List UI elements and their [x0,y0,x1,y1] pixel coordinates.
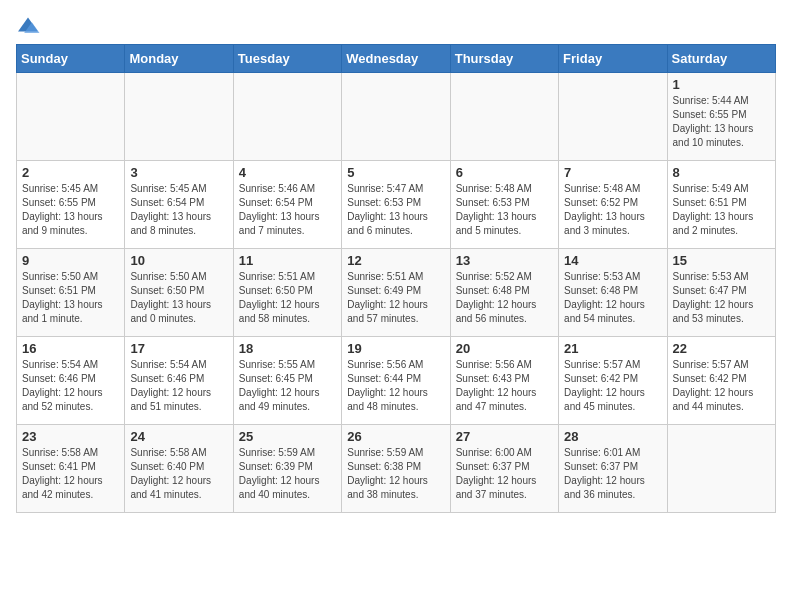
calendar-cell: 3Sunrise: 5:45 AM Sunset: 6:54 PM Daylig… [125,161,233,249]
day-number: 2 [22,165,119,180]
day-info: Sunrise: 5:52 AM Sunset: 6:48 PM Dayligh… [456,270,553,326]
day-info: Sunrise: 5:58 AM Sunset: 6:41 PM Dayligh… [22,446,119,502]
day-number: 6 [456,165,553,180]
calendar-cell: 25Sunrise: 5:59 AM Sunset: 6:39 PM Dayli… [233,425,341,513]
day-number: 21 [564,341,661,356]
day-info: Sunrise: 5:54 AM Sunset: 6:46 PM Dayligh… [130,358,227,414]
day-number: 27 [456,429,553,444]
calendar-cell: 7Sunrise: 5:48 AM Sunset: 6:52 PM Daylig… [559,161,667,249]
calendar-cell: 20Sunrise: 5:56 AM Sunset: 6:43 PM Dayli… [450,337,558,425]
day-info: Sunrise: 5:45 AM Sunset: 6:55 PM Dayligh… [22,182,119,238]
calendar-cell [559,73,667,161]
calendar-cell: 12Sunrise: 5:51 AM Sunset: 6:49 PM Dayli… [342,249,450,337]
calendar-cell: 10Sunrise: 5:50 AM Sunset: 6:50 PM Dayli… [125,249,233,337]
day-number: 4 [239,165,336,180]
weekday-row: SundayMondayTuesdayWednesdayThursdayFrid… [17,45,776,73]
calendar-cell: 1Sunrise: 5:44 AM Sunset: 6:55 PM Daylig… [667,73,775,161]
day-number: 9 [22,253,119,268]
logo [16,16,44,36]
calendar-cell: 26Sunrise: 5:59 AM Sunset: 6:38 PM Dayli… [342,425,450,513]
day-info: Sunrise: 5:53 AM Sunset: 6:48 PM Dayligh… [564,270,661,326]
week-row-3: 9Sunrise: 5:50 AM Sunset: 6:51 PM Daylig… [17,249,776,337]
calendar-cell: 6Sunrise: 5:48 AM Sunset: 6:53 PM Daylig… [450,161,558,249]
weekday-tuesday: Tuesday [233,45,341,73]
day-info: Sunrise: 5:48 AM Sunset: 6:52 PM Dayligh… [564,182,661,238]
calendar-cell: 17Sunrise: 5:54 AM Sunset: 6:46 PM Dayli… [125,337,233,425]
week-row-4: 16Sunrise: 5:54 AM Sunset: 6:46 PM Dayli… [17,337,776,425]
calendar-cell [342,73,450,161]
calendar-cell [17,73,125,161]
calendar-cell: 5Sunrise: 5:47 AM Sunset: 6:53 PM Daylig… [342,161,450,249]
day-info: Sunrise: 5:45 AM Sunset: 6:54 PM Dayligh… [130,182,227,238]
calendar-table: SundayMondayTuesdayWednesdayThursdayFrid… [16,44,776,513]
day-number: 24 [130,429,227,444]
weekday-saturday: Saturday [667,45,775,73]
calendar-cell: 14Sunrise: 5:53 AM Sunset: 6:48 PM Dayli… [559,249,667,337]
day-number: 3 [130,165,227,180]
logo-icon [16,16,40,36]
calendar-cell: 27Sunrise: 6:00 AM Sunset: 6:37 PM Dayli… [450,425,558,513]
calendar-cell: 16Sunrise: 5:54 AM Sunset: 6:46 PM Dayli… [17,337,125,425]
day-info: Sunrise: 5:59 AM Sunset: 6:39 PM Dayligh… [239,446,336,502]
day-number: 17 [130,341,227,356]
calendar-cell: 8Sunrise: 5:49 AM Sunset: 6:51 PM Daylig… [667,161,775,249]
weekday-thursday: Thursday [450,45,558,73]
day-number: 15 [673,253,770,268]
calendar-cell [450,73,558,161]
calendar-cell: 11Sunrise: 5:51 AM Sunset: 6:50 PM Dayli… [233,249,341,337]
weekday-friday: Friday [559,45,667,73]
day-number: 1 [673,77,770,92]
day-number: 16 [22,341,119,356]
weekday-sunday: Sunday [17,45,125,73]
calendar-cell: 4Sunrise: 5:46 AM Sunset: 6:54 PM Daylig… [233,161,341,249]
day-info: Sunrise: 5:57 AM Sunset: 6:42 PM Dayligh… [673,358,770,414]
week-row-2: 2Sunrise: 5:45 AM Sunset: 6:55 PM Daylig… [17,161,776,249]
calendar-cell: 9Sunrise: 5:50 AM Sunset: 6:51 PM Daylig… [17,249,125,337]
week-row-1: 1Sunrise: 5:44 AM Sunset: 6:55 PM Daylig… [17,73,776,161]
week-row-5: 23Sunrise: 5:58 AM Sunset: 6:41 PM Dayli… [17,425,776,513]
day-number: 23 [22,429,119,444]
weekday-wednesday: Wednesday [342,45,450,73]
day-number: 18 [239,341,336,356]
day-info: Sunrise: 5:44 AM Sunset: 6:55 PM Dayligh… [673,94,770,150]
day-number: 10 [130,253,227,268]
calendar-body: 1Sunrise: 5:44 AM Sunset: 6:55 PM Daylig… [17,73,776,513]
day-info: Sunrise: 5:50 AM Sunset: 6:51 PM Dayligh… [22,270,119,326]
day-number: 12 [347,253,444,268]
day-info: Sunrise: 5:55 AM Sunset: 6:45 PM Dayligh… [239,358,336,414]
day-info: Sunrise: 6:00 AM Sunset: 6:37 PM Dayligh… [456,446,553,502]
day-info: Sunrise: 5:57 AM Sunset: 6:42 PM Dayligh… [564,358,661,414]
day-info: Sunrise: 5:58 AM Sunset: 6:40 PM Dayligh… [130,446,227,502]
calendar-cell: 21Sunrise: 5:57 AM Sunset: 6:42 PM Dayli… [559,337,667,425]
calendar-cell: 22Sunrise: 5:57 AM Sunset: 6:42 PM Dayli… [667,337,775,425]
day-info: Sunrise: 5:53 AM Sunset: 6:47 PM Dayligh… [673,270,770,326]
day-info: Sunrise: 5:54 AM Sunset: 6:46 PM Dayligh… [22,358,119,414]
calendar-cell: 2Sunrise: 5:45 AM Sunset: 6:55 PM Daylig… [17,161,125,249]
day-number: 11 [239,253,336,268]
calendar-cell: 23Sunrise: 5:58 AM Sunset: 6:41 PM Dayli… [17,425,125,513]
day-info: Sunrise: 5:47 AM Sunset: 6:53 PM Dayligh… [347,182,444,238]
day-info: Sunrise: 5:48 AM Sunset: 6:53 PM Dayligh… [456,182,553,238]
day-number: 26 [347,429,444,444]
day-number: 20 [456,341,553,356]
calendar-cell [125,73,233,161]
calendar-cell: 18Sunrise: 5:55 AM Sunset: 6:45 PM Dayli… [233,337,341,425]
day-info: Sunrise: 5:56 AM Sunset: 6:44 PM Dayligh… [347,358,444,414]
day-number: 5 [347,165,444,180]
day-number: 22 [673,341,770,356]
calendar-cell: 28Sunrise: 6:01 AM Sunset: 6:37 PM Dayli… [559,425,667,513]
day-number: 8 [673,165,770,180]
weekday-monday: Monday [125,45,233,73]
page-header [16,16,776,36]
day-number: 7 [564,165,661,180]
calendar-cell: 19Sunrise: 5:56 AM Sunset: 6:44 PM Dayli… [342,337,450,425]
day-info: Sunrise: 5:46 AM Sunset: 6:54 PM Dayligh… [239,182,336,238]
day-info: Sunrise: 5:51 AM Sunset: 6:50 PM Dayligh… [239,270,336,326]
calendar-cell: 13Sunrise: 5:52 AM Sunset: 6:48 PM Dayli… [450,249,558,337]
day-info: Sunrise: 5:51 AM Sunset: 6:49 PM Dayligh… [347,270,444,326]
day-number: 13 [456,253,553,268]
calendar-cell [667,425,775,513]
day-number: 25 [239,429,336,444]
day-number: 14 [564,253,661,268]
day-info: Sunrise: 5:59 AM Sunset: 6:38 PM Dayligh… [347,446,444,502]
